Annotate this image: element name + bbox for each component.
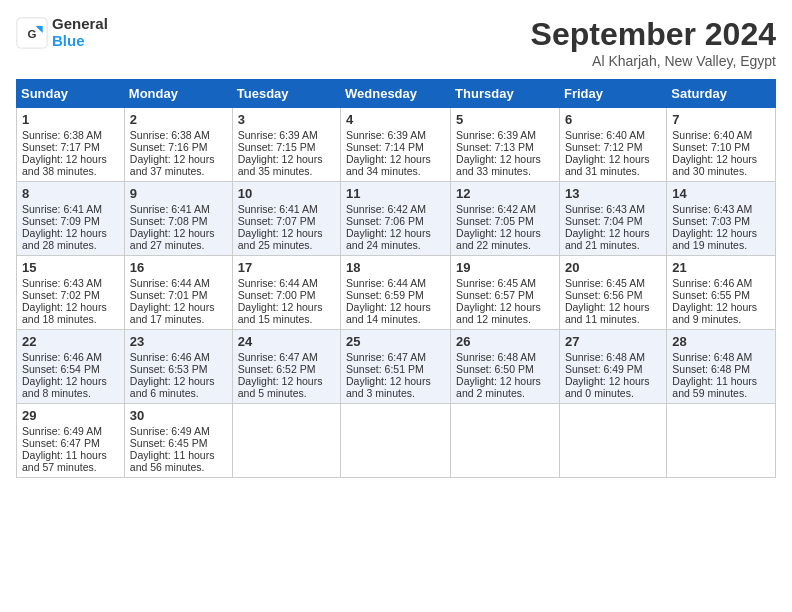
- day-number: 21: [672, 260, 770, 275]
- sunrise-text: Sunrise: 6:43 AM: [565, 203, 661, 215]
- calendar-cell: 25Sunrise: 6:47 AMSunset: 6:51 PMDayligh…: [341, 330, 451, 404]
- calendar-cell: 15Sunrise: 6:43 AMSunset: 7:02 PMDayligh…: [17, 256, 125, 330]
- daylight-text: Daylight: 12 hours and 35 minutes.: [238, 153, 335, 177]
- sunrise-text: Sunrise: 6:38 AM: [130, 129, 227, 141]
- calendar-cell: [667, 404, 776, 478]
- sunset-text: Sunset: 7:16 PM: [130, 141, 227, 153]
- calendar-header-sunday: Sunday: [17, 80, 125, 108]
- calendar-cell: 19Sunrise: 6:45 AMSunset: 6:57 PMDayligh…: [451, 256, 560, 330]
- sunrise-text: Sunrise: 6:48 AM: [456, 351, 554, 363]
- sunrise-text: Sunrise: 6:47 AM: [346, 351, 445, 363]
- calendar-cell: 2Sunrise: 6:38 AMSunset: 7:16 PMDaylight…: [124, 108, 232, 182]
- daylight-text: Daylight: 11 hours and 57 minutes.: [22, 449, 119, 473]
- calendar-cell: [341, 404, 451, 478]
- calendar-header-tuesday: Tuesday: [232, 80, 340, 108]
- sunset-text: Sunset: 6:56 PM: [565, 289, 661, 301]
- day-number: 27: [565, 334, 661, 349]
- sunrise-text: Sunrise: 6:46 AM: [22, 351, 119, 363]
- sunrise-text: Sunrise: 6:46 AM: [672, 277, 770, 289]
- daylight-text: Daylight: 12 hours and 34 minutes.: [346, 153, 445, 177]
- calendar-cell: 6Sunrise: 6:40 AMSunset: 7:12 PMDaylight…: [559, 108, 666, 182]
- calendar-week-2: 8Sunrise: 6:41 AMSunset: 7:09 PMDaylight…: [17, 182, 776, 256]
- day-number: 23: [130, 334, 227, 349]
- calendar-cell: 1Sunrise: 6:38 AMSunset: 7:17 PMDaylight…: [17, 108, 125, 182]
- calendar-cell: 8Sunrise: 6:41 AMSunset: 7:09 PMDaylight…: [17, 182, 125, 256]
- calendar-cell: 21Sunrise: 6:46 AMSunset: 6:55 PMDayligh…: [667, 256, 776, 330]
- calendar-cell: 12Sunrise: 6:42 AMSunset: 7:05 PMDayligh…: [451, 182, 560, 256]
- daylight-text: Daylight: 11 hours and 59 minutes.: [672, 375, 770, 399]
- sunrise-text: Sunrise: 6:40 AM: [565, 129, 661, 141]
- daylight-text: Daylight: 12 hours and 15 minutes.: [238, 301, 335, 325]
- calendar-cell: 7Sunrise: 6:40 AMSunset: 7:10 PMDaylight…: [667, 108, 776, 182]
- day-number: 26: [456, 334, 554, 349]
- sunrise-text: Sunrise: 6:41 AM: [130, 203, 227, 215]
- sunset-text: Sunset: 6:52 PM: [238, 363, 335, 375]
- calendar-header-saturday: Saturday: [667, 80, 776, 108]
- calendar-cell: 13Sunrise: 6:43 AMSunset: 7:04 PMDayligh…: [559, 182, 666, 256]
- daylight-text: Daylight: 12 hours and 27 minutes.: [130, 227, 227, 251]
- sunrise-text: Sunrise: 6:40 AM: [672, 129, 770, 141]
- calendar-cell: 9Sunrise: 6:41 AMSunset: 7:08 PMDaylight…: [124, 182, 232, 256]
- svg-text:G: G: [28, 28, 37, 40]
- daylight-text: Daylight: 12 hours and 28 minutes.: [22, 227, 119, 251]
- calendar-week-5: 29Sunrise: 6:49 AMSunset: 6:47 PMDayligh…: [17, 404, 776, 478]
- daylight-text: Daylight: 12 hours and 21 minutes.: [565, 227, 661, 251]
- sunrise-text: Sunrise: 6:44 AM: [130, 277, 227, 289]
- logo-icon: G: [16, 17, 48, 49]
- sunrise-text: Sunrise: 6:44 AM: [346, 277, 445, 289]
- sunrise-text: Sunrise: 6:48 AM: [565, 351, 661, 363]
- daylight-text: Daylight: 12 hours and 12 minutes.: [456, 301, 554, 325]
- sunset-text: Sunset: 7:01 PM: [130, 289, 227, 301]
- day-number: 11: [346, 186, 445, 201]
- calendar-cell: 10Sunrise: 6:41 AMSunset: 7:07 PMDayligh…: [232, 182, 340, 256]
- daylight-text: Daylight: 12 hours and 18 minutes.: [22, 301, 119, 325]
- location: Al Kharjah, New Valley, Egypt: [531, 53, 776, 69]
- day-number: 3: [238, 112, 335, 127]
- calendar-week-4: 22Sunrise: 6:46 AMSunset: 6:54 PMDayligh…: [17, 330, 776, 404]
- sunset-text: Sunset: 7:06 PM: [346, 215, 445, 227]
- sunrise-text: Sunrise: 6:39 AM: [346, 129, 445, 141]
- sunrise-text: Sunrise: 6:43 AM: [22, 277, 119, 289]
- daylight-text: Daylight: 12 hours and 31 minutes.: [565, 153, 661, 177]
- day-number: 28: [672, 334, 770, 349]
- calendar-cell: 4Sunrise: 6:39 AMSunset: 7:14 PMDaylight…: [341, 108, 451, 182]
- day-number: 29: [22, 408, 119, 423]
- calendar-cell: 23Sunrise: 6:46 AMSunset: 6:53 PMDayligh…: [124, 330, 232, 404]
- calendar-week-3: 15Sunrise: 6:43 AMSunset: 7:02 PMDayligh…: [17, 256, 776, 330]
- day-number: 1: [22, 112, 119, 127]
- daylight-text: Daylight: 12 hours and 24 minutes.: [346, 227, 445, 251]
- day-number: 10: [238, 186, 335, 201]
- calendar-cell: 26Sunrise: 6:48 AMSunset: 6:50 PMDayligh…: [451, 330, 560, 404]
- calendar-week-1: 1Sunrise: 6:38 AMSunset: 7:17 PMDaylight…: [17, 108, 776, 182]
- sunset-text: Sunset: 7:15 PM: [238, 141, 335, 153]
- day-number: 2: [130, 112, 227, 127]
- sunrise-text: Sunrise: 6:49 AM: [22, 425, 119, 437]
- day-number: 24: [238, 334, 335, 349]
- calendar-cell: 20Sunrise: 6:45 AMSunset: 6:56 PMDayligh…: [559, 256, 666, 330]
- sunset-text: Sunset: 7:13 PM: [456, 141, 554, 153]
- daylight-text: Daylight: 12 hours and 33 minutes.: [456, 153, 554, 177]
- calendar-header-thursday: Thursday: [451, 80, 560, 108]
- calendar-cell: 14Sunrise: 6:43 AMSunset: 7:03 PMDayligh…: [667, 182, 776, 256]
- logo-text: General Blue: [52, 16, 108, 49]
- daylight-text: Daylight: 12 hours and 22 minutes.: [456, 227, 554, 251]
- sunset-text: Sunset: 6:59 PM: [346, 289, 445, 301]
- daylight-text: Daylight: 12 hours and 25 minutes.: [238, 227, 335, 251]
- sunset-text: Sunset: 7:08 PM: [130, 215, 227, 227]
- sunrise-text: Sunrise: 6:49 AM: [130, 425, 227, 437]
- daylight-text: Daylight: 12 hours and 3 minutes.: [346, 375, 445, 399]
- daylight-text: Daylight: 12 hours and 17 minutes.: [130, 301, 227, 325]
- sunrise-text: Sunrise: 6:47 AM: [238, 351, 335, 363]
- sunset-text: Sunset: 7:14 PM: [346, 141, 445, 153]
- daylight-text: Daylight: 12 hours and 6 minutes.: [130, 375, 227, 399]
- sunrise-text: Sunrise: 6:48 AM: [672, 351, 770, 363]
- sunrise-text: Sunrise: 6:44 AM: [238, 277, 335, 289]
- calendar-cell: 3Sunrise: 6:39 AMSunset: 7:15 PMDaylight…: [232, 108, 340, 182]
- daylight-text: Daylight: 12 hours and 5 minutes.: [238, 375, 335, 399]
- sunset-text: Sunset: 7:00 PM: [238, 289, 335, 301]
- sunrise-text: Sunrise: 6:41 AM: [238, 203, 335, 215]
- sunset-text: Sunset: 6:48 PM: [672, 363, 770, 375]
- calendar-cell: [559, 404, 666, 478]
- daylight-text: Daylight: 12 hours and 38 minutes.: [22, 153, 119, 177]
- sunset-text: Sunset: 6:57 PM: [456, 289, 554, 301]
